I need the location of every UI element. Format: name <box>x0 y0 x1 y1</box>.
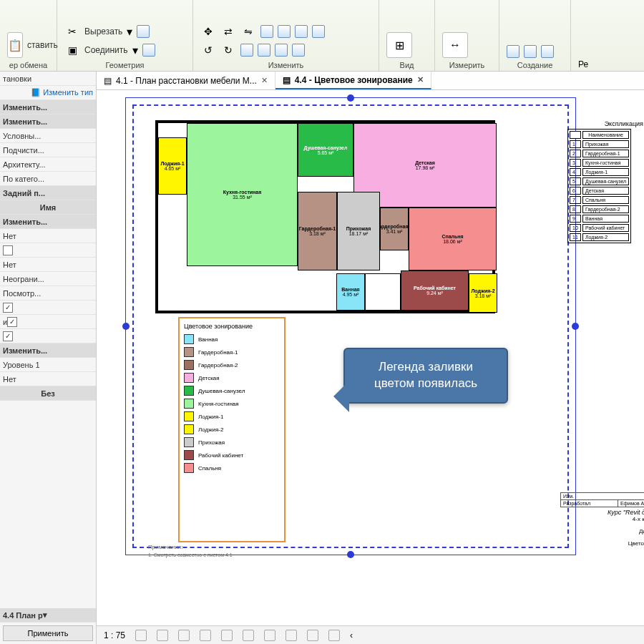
paste-button[interactable]: 📋 <box>7 32 23 58</box>
room-office: Рабочий кабинет9.24 м² <box>401 270 469 311</box>
create-icon-1[interactable] <box>507 45 519 58</box>
resize-handle[interactable] <box>347 551 354 558</box>
sheet-icon: ▤ <box>104 76 112 86</box>
trim-icon[interactable] <box>278 25 291 38</box>
prop-row[interactable]: Изменить... <box>0 215 96 229</box>
legend-swatch <box>184 463 194 473</box>
prop-row[interactable]: ✓ <box>0 329 96 343</box>
view-tabs: ▤ 4.1 - План расстановки мебели М... ✕ ▤… <box>97 72 644 90</box>
prop-row[interactable]: Задний п... <box>0 186 96 200</box>
chevron-left-icon[interactable]: ‹ <box>350 630 353 640</box>
checkbox-icon[interactable]: ✓ <box>7 317 17 327</box>
ribbon-group-measure: Измерить <box>442 61 492 69</box>
legend-item: Прихожая <box>184 437 280 447</box>
offset-icon[interactable]: ⇄ <box>220 24 236 39</box>
prop-row[interactable]: Нет <box>0 372 96 386</box>
prop-combo[interactable]: 4.4 План р ▾ <box>0 608 96 623</box>
prop-row[interactable]: Нет <box>0 258 96 272</box>
render-icon[interactable] <box>200 630 211 641</box>
move-icon[interactable]: ✥ <box>200 24 216 39</box>
legend-item: Рабочий кабинет <box>184 450 280 460</box>
group-icon[interactable] <box>292 44 305 57</box>
cut-icon[interactable]: ✂ <box>64 24 80 39</box>
prop-row[interactable] <box>0 243 96 258</box>
prop-row[interactable]: Условны... <box>0 129 96 143</box>
rotate-ccw-icon[interactable]: ↺ <box>200 42 216 58</box>
pin-icon[interactable] <box>258 44 270 57</box>
resize-handle[interactable] <box>572 323 579 330</box>
tool-icon-2[interactable] <box>142 44 155 57</box>
tab-plan-41[interactable]: ▤ 4.1 - План расстановки мебели М... ✕ <box>97 72 275 89</box>
prop-row[interactable]: Подчисти... <box>0 143 96 157</box>
note-1: 1. Смотреть совместно с листом 4.1 <box>148 552 233 557</box>
ribbon-group-modify: Изменить <box>200 61 371 69</box>
join-icon[interactable]: ▣ <box>64 42 80 58</box>
view-button[interactable]: ⊞ <box>386 32 412 58</box>
array-icon[interactable] <box>312 25 325 38</box>
legend-label: Спальня <box>198 465 221 472</box>
room-wardrobe-2: Гардеробная-23.41 м² <box>380 208 409 250</box>
split-icon[interactable] <box>295 25 308 38</box>
legend-item: Кухня-гостиная <box>184 399 280 409</box>
tab-plan-44[interactable]: ▤ 4.4 - Цветовое зонирование ✕ <box>275 72 431 89</box>
prop-row[interactable]: тановки <box>0 72 96 86</box>
close-icon[interactable]: ✕ <box>261 76 268 85</box>
crop-region-icon[interactable] <box>243 630 254 641</box>
shadows-icon[interactable] <box>178 630 190 641</box>
resize-handle[interactable] <box>347 94 354 102</box>
drawing-canvas[interactable]: Лоджия-14.65 м² Кухня-гостиная31.55 м² Д… <box>97 90 644 625</box>
measure-button[interactable]: ↔ <box>442 32 468 58</box>
create-icon-2[interactable] <box>524 45 537 58</box>
mirror-icon[interactable]: ⇋ <box>240 24 256 39</box>
prop-row[interactable]: Изменить... <box>0 343 96 358</box>
prop-row[interactable]: Изменить... <box>0 100 96 114</box>
prop-row[interactable]: Без <box>0 386 96 401</box>
close-icon[interactable]: ✕ <box>417 75 424 84</box>
visual-style-icon[interactable] <box>135 630 147 641</box>
prop-row[interactable]: Посмотр... <box>0 286 96 301</box>
rotate-cw-icon[interactable]: ↻ <box>220 42 236 58</box>
checkbox-icon[interactable]: ✓ <box>3 331 13 341</box>
legend-swatch <box>184 347 194 357</box>
prop-row[interactable]: По катего... <box>0 172 96 186</box>
legend-label: Ванная <box>198 336 218 343</box>
scale-icon[interactable] <box>240 44 253 57</box>
legend-item: Душевая-санузел <box>184 386 280 396</box>
tool-icon[interactable] <box>137 25 150 38</box>
ribbon-overflow: Ре <box>571 0 644 71</box>
scale-display[interactable]: 1 : 75 <box>104 630 125 640</box>
prop-row[interactable]: Нет <box>0 229 96 243</box>
explication-table: Наименование1Прихожая2Гардеробная-13Кухн… <box>567 129 631 243</box>
legend-swatch <box>184 386 194 396</box>
ribbon: 📋 ставить ер обмена ✂ Вырезать▾ ▣ Соедин… <box>0 0 644 72</box>
create-icon-3[interactable] <box>541 45 554 58</box>
room-bedroom: Спальня18.06 м² <box>409 208 497 270</box>
room-bath: Ванная4.95 м² <box>336 273 365 311</box>
reveal-icon[interactable] <box>307 630 318 641</box>
prop-row[interactable]: Неограни... <box>0 272 96 286</box>
notes-label: Примечания: <box>148 544 182 550</box>
cut-label: Вырезать <box>84 26 122 36</box>
resize-handle[interactable] <box>122 323 130 330</box>
apply-button[interactable]: Применить <box>3 625 93 641</box>
prop-row[interactable]: ✓ <box>0 301 96 315</box>
prop-row[interactable]: и ✓ <box>0 315 96 329</box>
legend-swatch <box>184 411 194 421</box>
worksharing-icon[interactable] <box>328 630 340 641</box>
checkbox-icon[interactable] <box>3 245 13 255</box>
prop-row[interactable]: Архитекту... <box>0 157 96 172</box>
edit-type-link[interactable]: 📘Изменить тип <box>31 88 93 97</box>
checkbox-icon[interactable]: ✓ <box>3 303 13 313</box>
legend-label: Гардеробная-2 <box>198 362 238 369</box>
align-icon[interactable] <box>260 25 273 38</box>
legend-item: Спальня <box>184 463 280 473</box>
lock-icon[interactable] <box>264 630 275 641</box>
tab-label: 4.4 - Цветовое зонирование <box>295 75 413 85</box>
copy-icon[interactable] <box>275 44 288 57</box>
prop-row[interactable]: Уровень 1 <box>0 358 96 372</box>
temp-hide-icon[interactable] <box>286 630 297 641</box>
sun-path-icon[interactable] <box>157 630 168 641</box>
prop-row[interactable]: Изменить... <box>0 114 96 129</box>
viewport-cropbox[interactable]: Лоджия-14.65 м² Кухня-гостиная31.55 м² Д… <box>132 104 569 548</box>
crop-icon[interactable] <box>221 630 233 641</box>
